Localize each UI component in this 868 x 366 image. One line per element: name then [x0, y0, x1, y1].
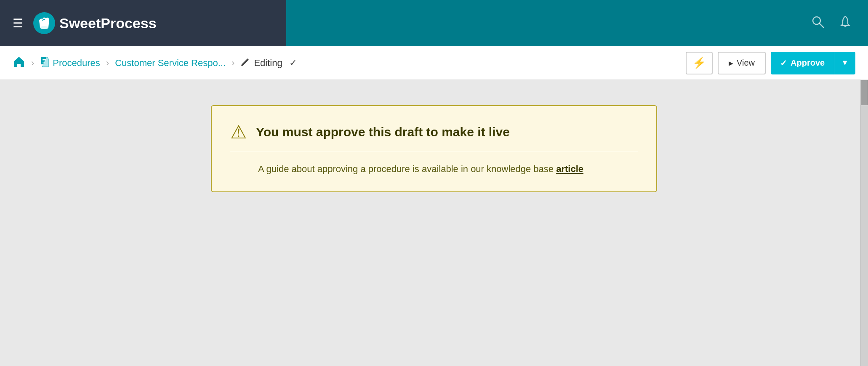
- lightning-icon: ⚡: [692, 56, 706, 69]
- pencil-icon: [240, 57, 250, 69]
- approve-label: Approve: [791, 58, 825, 68]
- svg-rect-6: [43, 61, 46, 61]
- svg-rect-5: [43, 59, 46, 60]
- bell-icon[interactable]: [839, 16, 851, 31]
- alert-title: You must approve this draft to make it l…: [256, 125, 510, 139]
- alert-header: ⚠ You must approve this draft to make it…: [230, 121, 638, 152]
- navbar-right: [812, 16, 868, 31]
- scrollbar[interactable]: [860, 80, 868, 366]
- procedures-link[interactable]: Procedures: [40, 56, 100, 70]
- breadcrumb-sep-2: ›: [106, 58, 109, 69]
- brand: SweetProcess: [33, 12, 157, 34]
- lightning-button[interactable]: ⚡: [686, 52, 713, 74]
- approve-check-icon: ✓: [780, 58, 787, 68]
- editing-label: Editing: [254, 58, 282, 69]
- alert-body-text: A guide about approving a procedure is a…: [258, 164, 556, 174]
- document-name-label: Customer Service Respo...: [115, 58, 226, 69]
- warning-icon: ⚠: [230, 121, 247, 143]
- home-icon[interactable]: [13, 56, 25, 70]
- svg-rect-7: [43, 62, 45, 63]
- brand-name: SweetProcess: [59, 15, 157, 32]
- hamburger-icon[interactable]: ☰: [13, 16, 23, 30]
- dropdown-arrow-icon: ▼: [841, 58, 849, 67]
- editing-status: Editing ✓: [240, 57, 296, 69]
- editing-check-icon: ✓: [289, 58, 297, 69]
- main-content: ⚠ You must approve this draft to make it…: [0, 80, 868, 366]
- navbar-left: ☰ SweetProcess: [0, 12, 181, 34]
- approve-dropdown[interactable]: ▼: [834, 52, 855, 74]
- alert-body: A guide about approving a procedure is a…: [230, 162, 638, 176]
- document-name-link[interactable]: Customer Service Respo...: [115, 58, 226, 69]
- view-label: View: [737, 58, 755, 68]
- article-link[interactable]: article: [556, 164, 583, 174]
- procedures-label: Procedures: [53, 58, 100, 69]
- approve-main[interactable]: ✓ Approve: [771, 52, 834, 74]
- approve-button[interactable]: ✓ Approve ▼: [771, 52, 855, 74]
- document-icon: [40, 56, 49, 70]
- play-icon: ▶: [729, 60, 733, 66]
- svg-point-1: [40, 26, 48, 29]
- breadcrumb-sep-3: ›: [232, 58, 234, 69]
- navbar: ☰ SweetProcess: [0, 0, 868, 46]
- view-button[interactable]: ▶ View: [718, 52, 766, 74]
- scrollbar-thumb[interactable]: [861, 80, 868, 105]
- breadcrumb-actions: ⚡ ▶ View ✓ Approve ▼: [686, 52, 855, 74]
- search-icon[interactable]: [812, 16, 824, 31]
- breadcrumb-bar: › Procedures › Customer Service Respo...…: [0, 46, 868, 80]
- breadcrumb-sep-1: ›: [31, 58, 34, 69]
- brand-logo-icon: [33, 12, 55, 34]
- alert-box: ⚠ You must approve this draft to make it…: [211, 105, 657, 192]
- svg-line-3: [820, 24, 823, 27]
